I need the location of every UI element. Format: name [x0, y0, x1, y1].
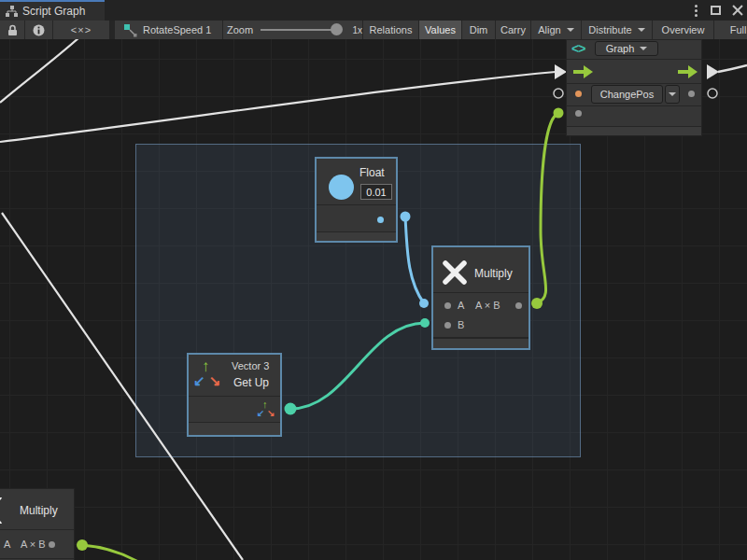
multiply-node-title: Multiply [474, 267, 513, 280]
values-label: Values [425, 24, 456, 35]
zoom-slider-handle[interactable] [331, 23, 343, 35]
float-node-title: Float [359, 166, 385, 179]
dim-button[interactable]: Dim [462, 21, 496, 39]
mini-arrow-down-left-icon: ↙ [257, 409, 264, 418]
graph-dropdown-label: Graph [606, 43, 635, 54]
multiply-out-label: A × B [475, 300, 500, 311]
vector3-getup-node[interactable]: ↑ ↙ ↘ Vector 3 Get Up ↑ ↙ ↘ [187, 353, 282, 437]
menu-kebab-icon[interactable] [693, 3, 699, 19]
lock-icon [7, 24, 18, 36]
full-screen-button[interactable]: Full Screen [714, 21, 747, 39]
multiply-x-icon [0, 497, 12, 524]
port-circle[interactable] [708, 89, 717, 98]
float-type-icon [329, 175, 354, 200]
chevron-down-icon [638, 28, 645, 32]
node-footer [433, 338, 529, 348]
chevron-down-icon [669, 92, 676, 96]
chevron-down-icon [567, 28, 574, 32]
code-view-toggle-button[interactable]: <×> [53, 21, 110, 39]
float-node[interactable]: Float 0.01 [315, 157, 398, 243]
getup-subtitle: Get Up [233, 376, 269, 389]
vector3-title: Vector 3 [232, 360, 269, 371]
close-icon[interactable] [732, 5, 743, 16]
zoom-value: 1x [352, 25, 362, 35]
tab-title: Script Graph [22, 5, 85, 18]
port-circle[interactable] [554, 89, 563, 98]
port-dot[interactable] [575, 110, 582, 117]
window-controls [693, 0, 743, 21]
multiply-a-label: A [458, 300, 464, 311]
node-footer [567, 126, 701, 135]
multiply-x-icon [442, 259, 468, 286]
script-graph-window: Script Graph <×> [0, 0, 747, 560]
node-footer [317, 231, 396, 241]
multiply-a-label: A [4, 539, 10, 550]
align-button[interactable]: Align [531, 21, 582, 39]
multiply-node-title: Multiply [20, 504, 58, 517]
align-label: Align [538, 24, 560, 35]
changepos-dropdown[interactable]: ChangePos [591, 85, 663, 104]
overview-label: Overview [662, 24, 705, 35]
relations-button[interactable]: Relations [363, 21, 419, 39]
wire-white-to-graph-node [0, 72, 556, 142]
overview-button[interactable]: Overview [653, 21, 714, 39]
dim-label: Dim [470, 24, 488, 35]
float-output-port[interactable] [377, 217, 384, 223]
graph-dropdown[interactable]: Graph [595, 41, 658, 56]
port-orange[interactable] [575, 91, 582, 97]
node-footer [189, 422, 280, 435]
lock-button[interactable] [0, 21, 25, 39]
changepos-dropdown-arrow[interactable] [665, 85, 680, 104]
inspector-button[interactable] [25, 21, 53, 39]
wire-end-dot [554, 108, 564, 119]
tab-script-graph[interactable]: Script Graph [0, 0, 105, 21]
tab-bar: Script Graph [0, 0, 747, 21]
graph-event-node[interactable]: <> Graph ChangePos [566, 39, 702, 136]
zoom-control: Zoom 1x [223, 21, 363, 39]
breadcrumb[interactable]: RotateSpeed 1 [115, 21, 223, 39]
multiply-node[interactable]: Multiply A A × B B [431, 245, 530, 350]
flow-in-arrow-icon[interactable] [573, 65, 593, 78]
wire-bottom-multiply-out[interactable] [82, 545, 138, 560]
arrow-down-right-icon: ↘ [209, 373, 221, 387]
wire-white-to-right-edge [718, 65, 747, 72]
multiply-a-port[interactable] [444, 302, 451, 309]
multiply-b-label: B [458, 319, 464, 330]
zoom-label: Zoom [227, 24, 253, 35]
chevron-down-icon [640, 47, 647, 50]
changepos-label: ChangePos [600, 89, 655, 100]
multiply-b-port[interactable] [444, 322, 451, 329]
info-icon [33, 24, 45, 36]
zoom-slider-track[interactable] [261, 29, 339, 31]
port-dot[interactable] [688, 91, 695, 97]
full-screen-label: Full Screen [730, 24, 747, 35]
flow-out-arrow-icon[interactable] [678, 65, 698, 78]
multiply-out-port[interactable] [49, 541, 55, 548]
carry-label: Carry [500, 24, 526, 35]
wire-white-topleft [0, 39, 79, 103]
carry-button[interactable]: Carry [496, 21, 531, 39]
maximize-icon[interactable] [711, 6, 721, 15]
toolbar: <×> RotateSpeed 1 Zoom 1x Relations Valu… [0, 21, 747, 39]
breadcrumb-label: RotateSpeed 1 [143, 24, 211, 35]
values-button[interactable]: Values [419, 21, 462, 39]
mini-arrow-down-right-icon: ↘ [267, 409, 275, 418]
float-value-field[interactable]: 0.01 [360, 184, 392, 200]
arrow-down-left-icon: ↙ [193, 373, 205, 387]
multiply-out-port[interactable] [515, 302, 522, 309]
wire-end-dot [77, 539, 88, 551]
graph-brackets-icon: <> [571, 41, 585, 56]
graph-canvas[interactable]: <> Graph ChangePos [0, 39, 747, 560]
relations-label: Relations [370, 24, 413, 35]
multiply-out-label: A × B [21, 539, 46, 550]
distribute-button[interactable]: Distribute [582, 21, 653, 39]
graph-breadcrumb-icon [123, 23, 137, 37]
distribute-label: Distribute [588, 24, 631, 35]
code-x-icon: <×> [71, 24, 92, 35]
wire-arrowhead-icon [707, 64, 719, 79]
multiply-node-partial[interactable]: Multiply A A × B [0, 488, 75, 560]
graph-hierarchy-icon [6, 6, 18, 18]
